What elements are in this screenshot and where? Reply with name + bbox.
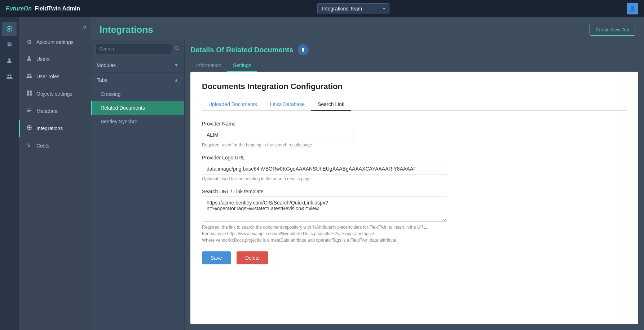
sidebar-item-label-users: Users: [36, 56, 50, 62]
tabs-chevron-up-icon: ▲: [174, 78, 178, 83]
svg-rect-14: [27, 111, 30, 112]
search-url-label: Search URL / Link template: [202, 189, 627, 194]
sidebar-item-label-costs: Costs: [36, 143, 49, 149]
tab-item-bentley-synchro[interactable]: Bentley Synchro: [91, 115, 184, 128]
sidebar-item-label-metadata: Metadata: [36, 108, 57, 114]
create-new-tab-button[interactable]: Create New Tab: [590, 24, 635, 36]
svg-point-4: [10, 75, 12, 76]
details-title: Details Of Related Documents: [190, 46, 294, 54]
tabs-accordion-label: Tabs: [97, 77, 107, 83]
tab-item-related-documents[interactable]: Related Documents: [91, 101, 184, 115]
svg-text:$: $: [27, 142, 30, 148]
provider-name-input[interactable]: [202, 129, 353, 141]
tab-information[interactable]: Information: [190, 60, 227, 72]
content-body: Modules ▼ Tabs ▲ Crossing Related Docume…: [91, 40, 644, 330]
config-tab-links-database[interactable]: Links Database: [264, 98, 312, 111]
search-url-help-3: Where vendorId:Docs.projectId is a metaD…: [202, 238, 627, 243]
sidebar-item-metadata[interactable]: Metadata: [19, 102, 91, 120]
icon-sidebar-item-home[interactable]: [2, 22, 17, 36]
user-roles-icon: [26, 73, 33, 80]
sidebar-item-label-integrations: Integrations: [36, 126, 63, 131]
users-icon: [26, 56, 33, 63]
tab-item-crossing[interactable]: Crossing: [91, 87, 184, 101]
config-card: Documents Integration Configuration Uplo…: [190, 72, 638, 324]
svg-point-6: [27, 74, 29, 76]
objects-settings-icon: [26, 90, 33, 97]
search-box: [91, 40, 184, 58]
modules-accordion-header[interactable]: Modules ▼: [91, 58, 184, 72]
icon-sidebar: [0, 17, 19, 330]
svg-line-20: [178, 49, 180, 51]
svg-point-7: [30, 74, 31, 76]
tabs-accordion-header[interactable]: Tabs ▲: [91, 72, 184, 87]
nav-sidebar: « ⚙ Account settings Users User roles Ob…: [19, 17, 91, 330]
modules-chevron-down-icon: ▼: [174, 63, 178, 68]
sidebar-item-integrations[interactable]: Integrations: [19, 120, 91, 137]
content-header: Integrations Create New Tab: [91, 17, 644, 40]
main-layout: « ⚙ Account settings Users User roles Ob…: [0, 17, 644, 330]
provider-name-label: Provider Name: [202, 121, 627, 127]
logo-appname: FieldTwin Admin: [35, 5, 80, 12]
search-url-group: Search URL / Link template https://acme.…: [202, 189, 627, 243]
provider-logo-input[interactable]: [202, 163, 447, 175]
collapse-icon: «: [83, 23, 87, 31]
save-button[interactable]: Save: [202, 251, 231, 264]
provider-name-group: Provider Name Required: used for the hea…: [202, 121, 627, 148]
details-header: Details Of Related Documents: [190, 40, 638, 60]
search-url-help-2: For example https://www.example.com/p/%v…: [202, 231, 627, 236]
provider-logo-label: Provider Logo URL: [202, 155, 627, 160]
details-panel: Details Of Related Documents Information…: [185, 40, 644, 330]
team-dropdown[interactable]: Integrations Team Development Team Produ…: [317, 3, 389, 14]
svg-rect-12: [27, 109, 31, 109]
modules-accordion-label: Modules: [97, 62, 116, 68]
details-tabs: Information Settings: [190, 60, 638, 72]
sidebar-item-costs[interactable]: $ Costs: [19, 137, 91, 154]
sidebar-item-user-roles[interactable]: User roles: [19, 68, 91, 85]
provider-logo-group: Provider Logo URL Optional: used for the…: [202, 155, 627, 181]
icon-sidebar-item-settings[interactable]: [2, 38, 17, 52]
content-area: Integrations Create New Tab Modules ▼ Ta…: [91, 17, 644, 330]
sidebar-item-label-objects: Objects settings: [36, 91, 72, 97]
sidebar-item-label-account: Account settings: [36, 39, 74, 45]
svg-rect-9: [30, 91, 32, 93]
config-tab-search-link[interactable]: Search Link: [311, 98, 351, 111]
delete-header-button[interactable]: [298, 44, 309, 55]
sidebar-item-label-roles: User roles: [36, 74, 59, 79]
page-title: Integrations: [100, 24, 153, 35]
avatar[interactable]: 👤: [627, 3, 638, 14]
svg-point-5: [28, 56, 30, 58]
app-logo: FutureOn FieldTwin Admin: [6, 5, 80, 12]
search-url-help-1: Required: the link to search the documen…: [202, 225, 627, 230]
topbar-center: Integrations Team Development Team Produ…: [80, 3, 627, 14]
metadata-icon: [26, 107, 33, 115]
svg-point-19: [175, 47, 178, 50]
form-actions: Save Delete: [202, 251, 627, 264]
icon-sidebar-item-users[interactable]: [2, 53, 17, 68]
search-url-textarea[interactable]: https://acme.bentley.com/CIS/Search/Quic…: [202, 197, 447, 222]
svg-point-2: [8, 58, 10, 61]
search-icon[interactable]: [174, 45, 180, 52]
config-card-title: Documents Integration Configuration: [202, 82, 627, 91]
integrations-icon: [26, 125, 33, 132]
svg-rect-13: [27, 110, 31, 111]
sidebar-item-users[interactable]: Users: [19, 50, 91, 68]
search-input[interactable]: [95, 44, 172, 54]
provider-name-help: Required: used for the heading in the se…: [202, 142, 627, 148]
delete-button[interactable]: Delete: [237, 251, 268, 264]
logo-futureon: FutureOn: [6, 5, 32, 12]
svg-rect-11: [30, 93, 32, 96]
tab-settings[interactable]: Settings: [227, 60, 257, 72]
sidebar-item-account-settings[interactable]: ⚙ Account settings: [19, 34, 91, 50]
provider-logo-help: Optional: used for the heading in the se…: [202, 176, 627, 181]
config-tab-uploaded-documents[interactable]: Uploaded Documents: [202, 98, 264, 111]
costs-icon: $: [26, 142, 33, 149]
icon-sidebar-item-roles[interactable]: [2, 69, 17, 84]
svg-point-3: [8, 75, 9, 76]
svg-rect-8: [27, 91, 29, 93]
svg-point-1: [8, 28, 10, 30]
nav-collapse-btn[interactable]: «: [19, 20, 91, 34]
config-inner-tabs: Uploaded Documents Links Database Search…: [202, 98, 627, 111]
sidebar-item-objects-settings[interactable]: Objects settings: [19, 85, 91, 102]
topbar: FutureOn FieldTwin Admin Integrations Te…: [0, 0, 644, 17]
modules-panel: Modules ▼ Tabs ▲ Crossing Related Docume…: [91, 40, 185, 330]
